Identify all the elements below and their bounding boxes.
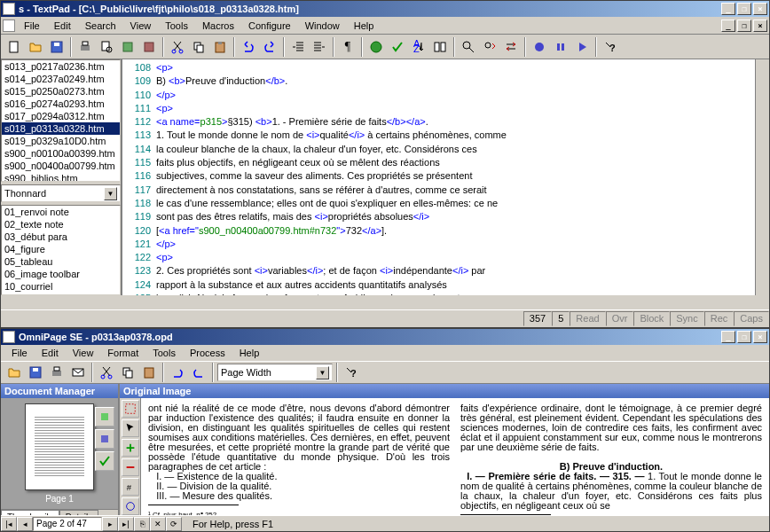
menu-edit[interactable]: Edit [47,19,78,33]
save-button[interactable] [26,363,45,382]
clip-item[interactable]: 10_courriel [2,280,120,293]
cut-button[interactable] [97,363,116,382]
redo-button[interactable] [260,37,279,57]
remove-tool[interactable] [122,458,139,476]
code-editor[interactable]: 1081091101111121131141151161171181191201… [122,59,769,295]
clip-item[interactable]: 05_tableau [2,255,120,268]
web-button[interactable] [366,37,386,57]
props-tool[interactable] [122,497,139,515]
textpad-titlebar[interactable]: s - TextPad - [C:\_Public\livre\fjt\phil… [1,1,769,17]
thumb-tool-1[interactable] [95,407,114,426]
tool-button[interactable] [118,37,138,57]
open-button[interactable] [4,363,24,382]
zone-tool[interactable] [122,400,139,418]
clip-item[interactable]: 01_renvoi note [2,206,120,218]
replace-button[interactable] [501,37,521,57]
doc-restore-button[interactable]: ❐ [737,20,751,32]
add-tool[interactable] [122,439,139,457]
select-tool[interactable] [122,419,139,437]
omnipage-titlebar[interactable]: OmniPage SE - p0313ap0378.opd _ ❐ × [1,329,769,345]
cliplib-combo[interactable]: Thonnard ▼ [1,184,121,202]
check-button[interactable] [388,37,407,57]
paste-button[interactable] [210,37,230,57]
file-item[interactable]: s016_p0274a0293.htm [2,98,120,110]
thumb-tool-2[interactable] [95,429,114,449]
print-button[interactable] [75,37,95,57]
sort-button[interactable]: AZ [409,37,428,57]
print-button[interactable] [47,363,67,382]
find-next-button[interactable] [480,37,499,57]
nav-tool-3[interactable]: ⟳ [166,517,182,531]
menu-tools[interactable]: Tools [158,19,195,33]
menu-view[interactable]: View [66,346,101,360]
new-button[interactable] [4,37,24,57]
reorder-tool[interactable]: # [122,478,139,496]
pilcrow-button[interactable]: ¶ [338,37,358,57]
undo-button[interactable] [168,363,187,382]
menu-edit[interactable]: Edit [35,346,66,360]
combo-dropdown-button[interactable]: ▼ [104,187,117,200]
clip-list[interactable]: 01_renvoi note02_texte note03_début para… [1,205,121,295]
nav-prev-button[interactable]: ◂ [17,517,33,531]
file-item[interactable]: s990_biblios.htm [2,172,120,182]
nav-tool-1[interactable]: ⎘ [134,517,150,531]
tab-thumbnails[interactable]: Thumbnails [1,510,59,515]
clip-item[interactable]: 04_figure [2,243,120,255]
nav-first-button[interactable]: |◂ [1,517,17,531]
minimize-button[interactable]: _ [721,331,735,343]
vscrollbar[interactable] [755,59,769,295]
copy-button[interactable] [189,37,208,57]
paste-button[interactable] [139,363,159,382]
nav-tool-2[interactable]: ✕ [150,517,166,531]
hscrollbar[interactable] [1,295,769,309]
menu-help[interactable]: Help [347,19,381,33]
cut-button[interactable] [168,37,187,57]
file-item[interactable]: s015_p0250a0273.htm [2,85,120,98]
clip-item[interactable]: 02_texte note [2,218,120,231]
page-thumbnail[interactable] [25,403,94,490]
zoom-dropdown-button[interactable]: ▼ [316,366,329,379]
thumb-tool-3[interactable] [95,451,114,471]
pause-button[interactable] [551,37,570,57]
context-help-button[interactable]: ? [342,363,361,382]
menu-search[interactable]: Search [78,19,123,33]
menu-view[interactable]: View [123,19,159,33]
zoom-combo[interactable]: Page Width ▼ [217,364,333,381]
tab-details[interactable]: Details [59,510,99,515]
help-button[interactable]: ? [601,37,620,57]
mail-button[interactable] [68,363,88,382]
menu-window[interactable]: Window [298,19,347,33]
menu-macros[interactable]: Macros [195,19,241,33]
menu-file[interactable]: File [4,346,35,360]
file-item[interactable]: s017_p0294a0312.htm [2,110,120,122]
file-item[interactable]: s900_n00100a00399.htm [2,147,120,160]
open-button[interactable] [26,37,45,57]
file-item[interactable]: s014_p0237a0249.htm [2,73,120,85]
restore-button[interactable]: ❐ [737,331,751,343]
file-item[interactable]: s013_p0217a0236.htm [2,60,120,73]
minimize-button[interactable]: _ [721,3,735,15]
tool-button-2[interactable] [139,37,159,57]
original-image-view[interactable]: ont nié la réalité de ce mode d'être, no… [141,398,769,515]
clip-item[interactable]: 03_début para [2,231,120,243]
menu-file[interactable]: File [17,19,47,33]
close-button[interactable]: × [753,331,767,343]
print-preview-button[interactable] [97,37,116,57]
menu-help[interactable]: Help [232,346,267,360]
record-button[interactable] [530,37,549,57]
nav-next-button[interactable]: ▸ [102,517,118,531]
file-item[interactable]: s018_p0313a0328.htm [2,122,120,135]
menu-format[interactable]: Format [100,346,145,360]
copy-button[interactable] [118,363,138,382]
close-button[interactable]: × [753,3,767,15]
compare-button[interactable] [430,37,450,57]
clip-item[interactable]: 06_image toolbar [2,268,120,280]
doc-minimize-button[interactable]: _ [721,20,735,32]
file-list[interactable]: s013_p0217a0236.htms014_p0237a0249.htms0… [1,59,121,182]
nav-page-field[interactable]: Page 2 of 47 [33,517,102,531]
file-item[interactable]: s900_n00400a00799.htm [2,160,120,172]
indent-button[interactable] [288,37,308,57]
restore-button[interactable]: ❐ [737,3,751,15]
nav-last-button[interactable]: ▸| [118,517,134,531]
redo-button[interactable] [189,363,208,382]
